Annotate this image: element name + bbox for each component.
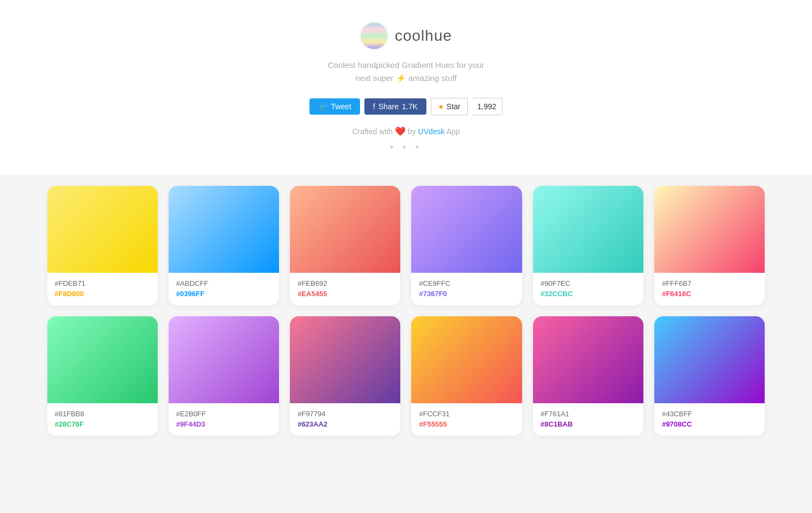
gradient-info-4: #CE9FFC#7367F0 xyxy=(411,273,522,305)
gradient-card-7[interactable]: #81FBB8#28C76F xyxy=(47,316,158,436)
gradient-swatch-1 xyxy=(47,186,158,273)
heart-icon: ❤️ xyxy=(395,127,406,136)
gradient-info-2: #ABDCFF#0396FF xyxy=(169,273,279,305)
gradient-info-10: #FCCF31#F55555 xyxy=(411,403,522,436)
gradient-swatch-5 xyxy=(533,186,643,273)
color2-label-11: #8C1BAB xyxy=(541,420,636,428)
color2-label-2: #0396FF xyxy=(176,290,271,298)
color1-label-6: #FFF6B7 xyxy=(662,279,757,287)
star-icon: ★ xyxy=(438,103,444,111)
color2-label-6: #F6416C xyxy=(662,290,757,298)
color1-label-4: #CE9FFC xyxy=(419,279,514,287)
gradient-info-11: #F761A1#8C1BAB xyxy=(533,403,643,436)
gradient-card-9[interactable]: #F97794#623AA2 xyxy=(290,316,400,436)
gradient-swatch-7 xyxy=(47,316,158,403)
color2-label-9: #623AA2 xyxy=(297,420,393,428)
color1-label-9: #F97794 xyxy=(297,410,393,418)
facebook-icon: f xyxy=(373,102,375,111)
color2-label-12: #9708CC xyxy=(662,420,757,428)
color2-label-3: #EA5455 xyxy=(297,290,393,298)
gradients-grid: #FDEB71#F8D800#ABDCFF#0396FF#FEB692#EA54… xyxy=(47,186,765,436)
color1-label-1: #FDEB71 xyxy=(55,279,150,287)
color1-label-2: #ABDCFF xyxy=(176,279,271,287)
gradient-swatch-6 xyxy=(654,186,765,273)
gradients-grid-container: #FDEB71#F8D800#ABDCFF#0396FF#FEB692#EA54… xyxy=(26,175,787,458)
color1-label-10: #FCCF31 xyxy=(419,410,514,418)
gradient-info-7: #81FBB8#28C76F xyxy=(47,403,158,436)
gradient-card-11[interactable]: #F761A1#8C1BAB xyxy=(533,316,643,436)
color2-label-10: #F55555 xyxy=(419,420,514,428)
star-count: 1,992 xyxy=(472,98,503,115)
color2-label-5: #32CCBC xyxy=(541,290,636,298)
gradient-swatch-9 xyxy=(290,316,400,403)
color1-label-5: #90F7EC xyxy=(541,279,636,287)
gradient-info-6: #FFF6B7#F6416C xyxy=(654,273,765,305)
gradient-card-1[interactable]: #FDEB71#F8D800 xyxy=(47,186,158,305)
gradient-card-4[interactable]: #CE9FFC#7367F0 xyxy=(411,186,522,305)
gradient-card-3[interactable]: #FEB692#EA5455 xyxy=(290,186,400,305)
star-button[interactable]: ★ Star xyxy=(431,98,468,115)
color1-label-11: #F761A1 xyxy=(541,410,636,418)
logo-area: coolhue xyxy=(11,22,801,50)
gradient-swatch-8 xyxy=(169,316,279,403)
color1-label-7: #81FBB8 xyxy=(55,410,150,418)
color1-label-8: #E2B0FF xyxy=(176,410,271,418)
gradient-info-3: #FEB692#EA5455 xyxy=(290,273,400,305)
uvdesk-link[interactable]: UVdesk xyxy=(418,127,445,136)
color1-label-12: #43CBFF xyxy=(662,410,757,418)
gradient-card-5[interactable]: #90F7EC#32CCBC xyxy=(533,186,643,305)
color2-label-4: #7367F0 xyxy=(419,290,514,298)
header: coolhue Coolest handpicked Gradient Hues… xyxy=(0,0,812,175)
gradient-swatch-3 xyxy=(290,186,400,273)
gradient-card-6[interactable]: #FFF6B7#F6416C xyxy=(654,186,765,305)
gradient-info-1: #FDEB71#F8D800 xyxy=(47,273,158,305)
facebook-share-button[interactable]: f Share 1.7K xyxy=(364,98,426,115)
site-title: coolhue xyxy=(395,27,452,45)
color2-label-1: #F8D800 xyxy=(55,290,150,298)
gradient-card-12[interactable]: #43CBFF#9708CC xyxy=(654,316,765,436)
gradient-swatch-11 xyxy=(533,316,643,403)
color1-label-3: #FEB692 xyxy=(297,279,393,287)
color2-label-7: #28C76F xyxy=(55,420,150,428)
gradient-card-10[interactable]: #FCCF31#F55555 xyxy=(411,316,522,436)
gradient-swatch-2 xyxy=(169,186,279,273)
logo-icon xyxy=(360,22,388,50)
tweet-button[interactable]: 🐦 Tweet xyxy=(309,98,359,115)
crafted-text: Crafted with ❤️ by UVdesk App xyxy=(11,126,801,136)
gradient-info-9: #F97794#623AA2 xyxy=(290,403,400,436)
subtitle: Coolest handpicked Gradient Hues for you… xyxy=(11,59,801,85)
dots-separator: • • • xyxy=(11,142,801,153)
gradient-info-8: #E2B0FF#9F44D3 xyxy=(169,403,279,436)
gradient-card-2[interactable]: #ABDCFF#0396FF xyxy=(169,186,279,305)
color2-label-8: #9F44D3 xyxy=(176,420,271,428)
gradient-swatch-4 xyxy=(411,186,522,273)
twitter-icon: 🐦 xyxy=(318,102,327,111)
gradient-card-8[interactable]: #E2B0FF#9F44D3 xyxy=(169,316,279,436)
gradient-info-5: #90F7EC#32CCBC xyxy=(533,273,643,305)
gradient-swatch-10 xyxy=(411,316,522,403)
gradient-info-12: #43CBFF#9708CC xyxy=(654,403,765,436)
action-buttons: 🐦 Tweet f Share 1.7K ★ Star 1,992 xyxy=(11,98,801,115)
gradient-swatch-12 xyxy=(654,316,765,403)
